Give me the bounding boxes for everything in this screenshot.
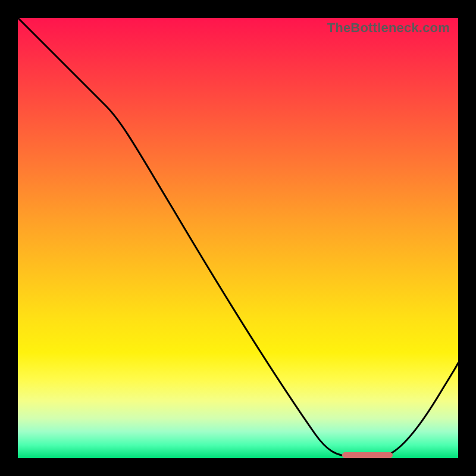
plot-area: TheBottleneck.com (18, 18, 458, 458)
bottleneck-curve (18, 18, 458, 458)
optimum-range-marker (342, 452, 393, 458)
curve-path (18, 18, 458, 456)
chart-frame: TheBottleneck.com (0, 0, 476, 476)
